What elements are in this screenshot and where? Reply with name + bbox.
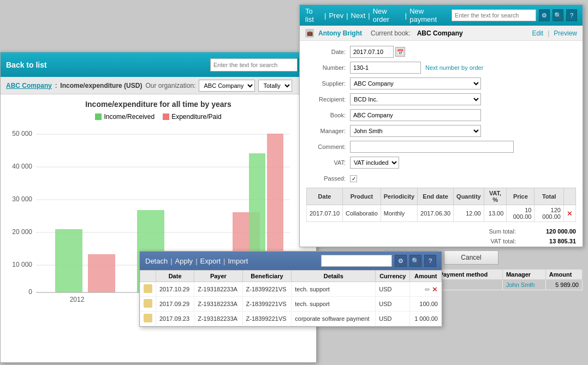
row-currency: USD [376, 297, 410, 312]
row-delete-icon[interactable]: ✕ [432, 285, 438, 294]
comment-row: Comment: [306, 140, 576, 153]
manager-select[interactable]: John Smth [350, 125, 481, 137]
vat-total-value: 13 805.31 [527, 238, 576, 244]
bottom-panel: Detach | Apply | Export | Import ⚙ 🔍 ? D… [139, 251, 442, 327]
row-payer: Z-193182233A [194, 297, 242, 312]
row-date: 2017.09.23 [156, 312, 194, 326]
row-total: 120 000.00 [534, 205, 564, 222]
row-product: Collaboratio [343, 205, 381, 222]
recipient-select[interactable]: BCD Inc. [350, 93, 481, 105]
col-date: Date [156, 271, 194, 282]
chart-breadcrumb: ABC Company : Income/expenditure (USD) O… [1, 77, 316, 94]
vat-total-label: VAT total: [472, 238, 516, 244]
order-preview-link[interactable]: Preview [554, 29, 577, 37]
vat-select[interactable]: VAT included [350, 157, 399, 169]
passed-checkbox[interactable]: ✓ [350, 175, 357, 182]
bottom-export[interactable]: Export [200, 257, 221, 265]
cancel-button[interactable]: Cancel [444, 250, 498, 265]
order-edit-link[interactable]: Edit [532, 29, 544, 37]
col-currency: Currency [376, 271, 410, 282]
nav-next[interactable]: Next [351, 11, 366, 20]
bottom-import[interactable]: Import [228, 257, 248, 265]
row-beneficiary: Z-18399221VS [242, 282, 292, 297]
next-number-link[interactable]: Next number by order [425, 64, 483, 71]
number-label: Number: [306, 64, 350, 71]
manager-row: Manager: John Smth [306, 124, 576, 137]
edit-pencil-icon[interactable]: ✏ [425, 286, 430, 294]
row-icon [144, 299, 152, 308]
row-date: 2017.09.29 [156, 297, 194, 312]
svg-text:2012: 2012 [70, 296, 85, 303]
calendar-icon[interactable]: 📅 [395, 47, 405, 57]
col-amount: Amount [410, 271, 442, 282]
row-payer: Z-193182233A [194, 282, 242, 297]
date-label: Date: [306, 49, 350, 55]
breadcrumb-separator: : [55, 82, 57, 89]
row-periodicity: Monthly [381, 205, 417, 222]
payment-method [436, 280, 502, 290]
org-label: Our organization: [145, 82, 195, 89]
passed-label: Passed: [306, 175, 350, 182]
row-payer: Z-193182233A [194, 312, 242, 326]
nav-new-payment[interactable]: New payment [409, 7, 449, 23]
date-input[interactable] [350, 46, 394, 58]
org-select[interactable]: ABC Company [199, 80, 255, 92]
total-select[interactable]: Totally [258, 80, 292, 92]
col-periodicity: Periodicity [381, 188, 417, 205]
pay-col-amount: Amount [545, 270, 582, 280]
pay-col-method: Payment method [436, 270, 502, 280]
row-icon-cell [140, 297, 156, 312]
chart-search-input[interactable] [210, 58, 298, 71]
row-details: tech. support [292, 282, 376, 297]
row-currency: USD [376, 312, 410, 326]
supplier-select[interactable]: ABC Company [350, 77, 481, 89]
col-expand [140, 271, 156, 282]
legend-income-box [95, 113, 102, 120]
legend-income-label: Income/Received [104, 113, 155, 121]
bottom-detach[interactable]: Detach [145, 257, 168, 265]
row-end-date: 2017.06.30 [418, 205, 454, 222]
row-currency: USD [376, 282, 410, 297]
manager-label: Manager: [306, 128, 350, 134]
bottom-help-button[interactable]: ? [424, 255, 436, 267]
breadcrumb-company-link[interactable]: ABC Company [6, 82, 52, 89]
svg-text:0: 0 [28, 288, 32, 296]
row-icon-cell [140, 312, 156, 326]
pay-col-manager: Manager [502, 270, 545, 280]
bottom-filter-button[interactable]: ⚙ [395, 255, 407, 267]
svg-text:50 000: 50 000 [12, 130, 32, 137]
bottom-apply[interactable]: Apply [175, 257, 193, 265]
nav-help-button[interactable]: ? [566, 9, 577, 21]
nav-search-input[interactable] [452, 9, 536, 21]
row-amount: ✏ ✕ [410, 282, 442, 297]
svg-text:30 000: 30 000 [12, 195, 32, 203]
nav-new-order[interactable]: New order [373, 7, 402, 23]
chart-legend: Income/Received Expenditure/Paid [6, 113, 311, 121]
list-item: 2017.09.29 Z-193182233A Z-18399221VS tec… [140, 297, 442, 312]
nav-to-list[interactable]: To list [305, 7, 322, 23]
row-delete-icon[interactable]: ✕ [567, 210, 573, 218]
legend-expenditure-label: Expenditure/Paid [171, 113, 221, 121]
row-details: corporate software payment [292, 312, 376, 326]
nav-filter-button[interactable]: ⚙ [539, 9, 550, 21]
nav-search-button[interactable]: 🔍 [553, 9, 563, 21]
comment-input[interactable] [350, 141, 514, 153]
list-item: 2017.10.29 Z-193182233A Z-18399221VS tec… [140, 282, 442, 297]
legend-expenditure: Expenditure/Paid [163, 113, 221, 121]
back-to-list-button[interactable]: Back to list [6, 61, 47, 69]
sum-total-value: 120 000.00 [527, 228, 576, 235]
row-quantity: 12.00 [454, 205, 484, 222]
row-price: 10 000.00 [507, 205, 534, 222]
order-table: Date Product Periodicity End date Quanti… [306, 188, 576, 222]
book-input[interactable] [350, 109, 481, 121]
nav-prev[interactable]: Prev [329, 11, 343, 20]
bottom-search-button[interactable]: 🔍 [409, 255, 421, 267]
number-input[interactable] [350, 62, 421, 74]
order-person: Antony Bright [318, 29, 362, 37]
bottom-search-input[interactable] [321, 255, 392, 267]
bar-2012-income [55, 229, 82, 292]
table-row: 2017.07.10 Collaboratio Monthly 2017.06.… [307, 205, 576, 222]
list-item: 2017.09.23 Z-193182233A Z-18399221VS cor… [140, 312, 442, 326]
payment-manager[interactable]: John Smth [502, 280, 545, 290]
current-book-name: ABC Company [417, 29, 463, 37]
